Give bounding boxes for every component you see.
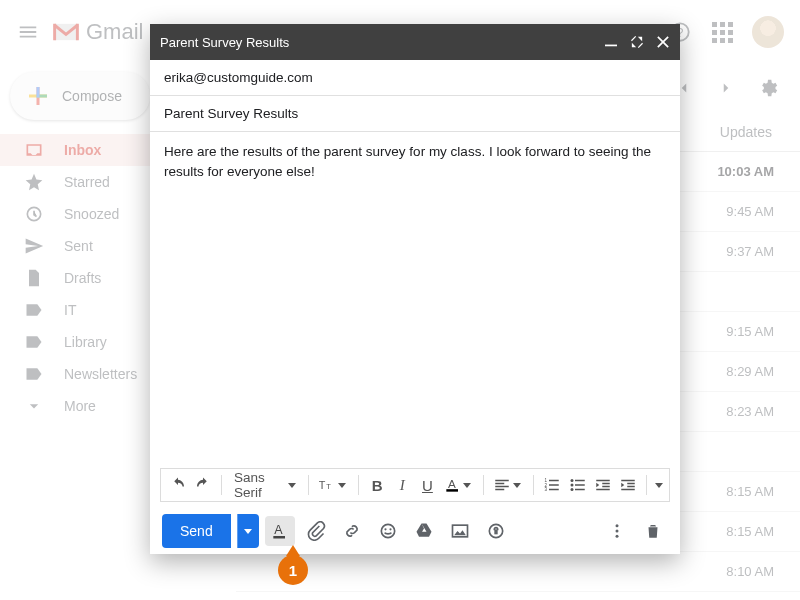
- text-color-icon[interactable]: A: [442, 472, 463, 498]
- attach-file-icon[interactable]: [301, 516, 331, 546]
- star-icon: [24, 172, 44, 192]
- svg-rect-8: [605, 45, 617, 47]
- tab-updates[interactable]: Updates: [720, 124, 772, 140]
- send-button[interactable]: Send: [162, 514, 231, 548]
- svg-text:T: T: [326, 482, 331, 491]
- compose-titlebar[interactable]: Parent Survey Results: [150, 24, 680, 60]
- svg-point-23: [389, 528, 391, 530]
- account-avatar[interactable]: [752, 16, 784, 48]
- minimize-icon[interactable]: [604, 35, 618, 49]
- close-icon[interactable]: [656, 35, 670, 49]
- settings-gear-icon[interactable]: [758, 78, 778, 98]
- svg-text:T: T: [319, 479, 326, 491]
- svg-text:3: 3: [545, 487, 548, 492]
- send-options-button[interactable]: [237, 514, 259, 548]
- svg-rect-12: [446, 489, 458, 492]
- sidebar-item-label: More: [64, 398, 96, 414]
- discard-draft-icon[interactable]: [638, 516, 668, 546]
- recipient-value: erika@customguide.com: [164, 70, 313, 85]
- sent-icon: [24, 236, 44, 256]
- insert-photo-icon[interactable]: [445, 516, 475, 546]
- more-formatting-icon[interactable]: [655, 483, 663, 488]
- svg-point-29: [616, 535, 619, 538]
- svg-point-22: [384, 528, 386, 530]
- confidential-mode-icon[interactable]: [481, 516, 511, 546]
- bold-icon[interactable]: B: [367, 472, 388, 498]
- bulleted-list-icon[interactable]: [567, 472, 588, 498]
- more-options-icon[interactable]: [602, 516, 632, 546]
- italic-icon[interactable]: I: [392, 472, 413, 498]
- indent-more-icon[interactable]: [617, 472, 638, 498]
- compose-button[interactable]: Compose: [10, 72, 150, 120]
- sidebar-item-label: Newsletters: [64, 366, 137, 382]
- chevron-down-icon: [24, 396, 44, 416]
- svg-point-28: [616, 530, 619, 533]
- gmail-logo[interactable]: Gmail: [52, 19, 143, 45]
- subject-field[interactable]: Parent Survey Results: [150, 96, 680, 132]
- svg-point-16: [570, 479, 573, 482]
- svg-point-17: [570, 484, 573, 487]
- mail-row[interactable]: 8:10 AM: [236, 552, 800, 592]
- compose-action-row: Send A: [150, 508, 680, 554]
- fullscreen-icon[interactable]: [630, 35, 644, 49]
- inbox-icon: [24, 140, 44, 160]
- caret-down-icon: [513, 483, 521, 488]
- insert-drive-icon[interactable]: [409, 516, 439, 546]
- sidebar-item-label: Inbox: [64, 142, 101, 158]
- font-size-icon[interactable]: TT: [317, 472, 338, 498]
- compose-dialog: Parent Survey Results erika@customguide.…: [150, 24, 680, 554]
- clock-icon: [24, 204, 44, 224]
- insert-emoji-icon[interactable]: [373, 516, 403, 546]
- numbered-list-icon[interactable]: 123: [542, 472, 563, 498]
- compose-body-text: Here are the results of the parent surve…: [164, 144, 651, 179]
- chevron-right-icon[interactable]: [716, 78, 736, 98]
- file-icon: [24, 268, 44, 288]
- compose-button-label: Compose: [62, 88, 122, 104]
- font-family-select[interactable]: Sans Serif: [230, 470, 300, 500]
- label-icon: [24, 300, 44, 320]
- underline-icon[interactable]: U: [417, 472, 438, 498]
- undo-icon[interactable]: [167, 472, 188, 498]
- subject-value: Parent Survey Results: [164, 106, 298, 121]
- svg-rect-20: [273, 536, 285, 539]
- svg-rect-5: [37, 87, 40, 98]
- formatting-options-icon[interactable]: A: [265, 516, 295, 546]
- mail-row[interactable]: 2:00 AM: [236, 592, 800, 600]
- compose-title-text: Parent Survey Results: [160, 35, 289, 50]
- sidebar-item-label: Sent: [64, 238, 93, 254]
- sidebar-item-label: Library: [64, 334, 107, 350]
- indent-less-icon[interactable]: [592, 472, 613, 498]
- caret-down-icon: [288, 483, 296, 488]
- gmail-logo-text: Gmail: [86, 19, 143, 45]
- svg-point-27: [616, 524, 619, 527]
- sidebar-item-label: Snoozed: [64, 206, 119, 222]
- sidebar-item-label: Drafts: [64, 270, 101, 286]
- svg-text:A: A: [448, 477, 456, 490]
- compose-body[interactable]: Here are the results of the parent surve…: [150, 132, 680, 468]
- caret-down-icon: [338, 483, 346, 488]
- align-icon[interactable]: [492, 472, 513, 498]
- annotation-callout-1: 1: [278, 555, 308, 585]
- plus-icon: [26, 84, 50, 108]
- sidebar-item-label: IT: [64, 302, 76, 318]
- caret-down-icon: [463, 483, 471, 488]
- sidebar-item-label: Starred: [64, 174, 110, 190]
- svg-text:A: A: [274, 523, 283, 537]
- google-apps-icon[interactable]: [710, 20, 734, 44]
- insert-link-icon[interactable]: [337, 516, 367, 546]
- label-icon: [24, 364, 44, 384]
- redo-icon[interactable]: [192, 472, 213, 498]
- recipient-field[interactable]: erika@customguide.com: [150, 60, 680, 96]
- label-icon: [24, 332, 44, 352]
- gmail-envelope-icon: [52, 21, 80, 43]
- svg-point-18: [570, 488, 573, 491]
- formatting-toolbar: Sans Serif TT B I U A 123: [160, 468, 670, 502]
- main-menu-icon[interactable]: [16, 20, 40, 44]
- svg-point-21: [381, 524, 394, 537]
